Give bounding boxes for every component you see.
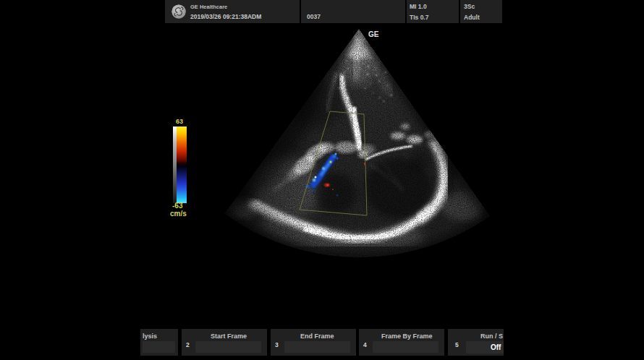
svg-text:GE: GE xyxy=(368,30,379,38)
